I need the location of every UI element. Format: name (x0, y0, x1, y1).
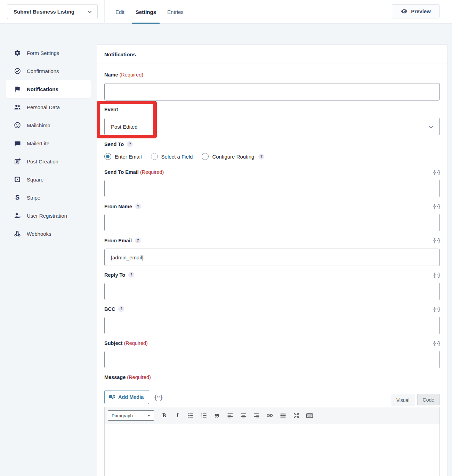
svg-text:3: 3 (201, 416, 202, 418)
sidebar-item-user-registration[interactable]: User Registration (6, 207, 91, 225)
check-circle-icon (14, 67, 21, 75)
keyboard-shortcuts-button[interactable] (304, 411, 315, 420)
send-to-email-input[interactable] (104, 180, 440, 197)
bcc-input[interactable] (104, 317, 440, 334)
event-select-value: Post Edited (111, 124, 138, 130)
editor-toolbar: Paragraph B I 123 (105, 407, 439, 424)
name-input[interactable] (104, 83, 440, 100)
tab-visual[interactable]: Visual (391, 394, 415, 406)
mailchimp-icon (14, 121, 21, 129)
fullscreen-icon (293, 412, 300, 419)
from-email-input[interactable] (104, 249, 440, 266)
help-icon[interactable]: ? (127, 141, 133, 147)
stripe-logo-icon: S (14, 194, 21, 201)
required-tag: (Required) (127, 374, 151, 380)
smart-tags-icon[interactable]: {··} (433, 203, 440, 209)
smart-tags-icon[interactable]: {··} (433, 169, 440, 175)
smart-tags-icon[interactable]: {··} (433, 306, 440, 312)
reply-to-label: Reply To? (104, 272, 134, 278)
from-name-input[interactable] (104, 214, 440, 231)
required-tag: (Required) (120, 72, 144, 78)
link-icon (266, 412, 273, 419)
fullscreen-button[interactable] (291, 411, 301, 420)
sidebar-item-mailchimp[interactable]: Mailchimp (6, 116, 91, 134)
caret-down-icon (147, 415, 150, 417)
link-button[interactable] (265, 411, 275, 420)
sidebar-item-form-settings[interactable]: Form Settings (6, 44, 91, 62)
from-email-label: From Email? (104, 237, 141, 243)
required-tag: (Required) (124, 340, 148, 346)
sidebar-item-confirmations[interactable]: Confirmations (6, 62, 91, 80)
reply-to-input[interactable] (104, 283, 440, 300)
user-check-icon (14, 212, 21, 219)
radio-select-a-field[interactable]: Select a Field (151, 153, 193, 160)
from-name-label: From Name? (104, 203, 141, 209)
sidebar-item-personal-data[interactable]: Personal Data (6, 98, 91, 116)
tab-settings[interactable]: Settings (134, 0, 158, 24)
sidebar-item-mailerlite[interactable]: MailerLite (6, 134, 91, 152)
bold-button[interactable]: B (159, 411, 169, 420)
send-to-label: Send To? (104, 141, 440, 147)
numbered-list-button[interactable]: 123 (199, 411, 209, 420)
sidebar-item-post-creation[interactable]: Post Creation (6, 152, 91, 170)
preview-button[interactable]: Preview (392, 4, 439, 18)
sidebar-item-square[interactable]: Square (6, 170, 91, 188)
bulleted-list-icon (187, 412, 194, 419)
sidebar-item-label: Form Settings (27, 50, 59, 56)
radio-configure-routing[interactable]: Configure Routing ? (202, 153, 264, 160)
align-left-button[interactable] (225, 411, 235, 420)
subject-input[interactable] (104, 351, 440, 368)
add-media-button[interactable]: Add Media (104, 390, 149, 404)
sidebar-item-label: Square (27, 177, 43, 183)
bulleted-list-button[interactable] (185, 411, 196, 420)
read-more-button[interactable] (278, 411, 288, 420)
radio-circle (151, 153, 158, 160)
event-select[interactable]: Post Edited (104, 118, 440, 135)
chevron-down-icon (428, 124, 434, 130)
sidebar-item-stripe[interactable]: S Stripe (6, 188, 91, 207)
paragraph-dropdown[interactable]: Paragraph (108, 410, 154, 421)
sidebar-item-label: Post Creation (27, 159, 58, 164)
send-to-radio-group: Enter Email Select a Field Configure Rou… (104, 152, 440, 161)
bold-icon: B (162, 412, 166, 419)
bcc-label: BCC? (104, 306, 124, 312)
radio-enter-email[interactable]: Enter Email (104, 153, 142, 160)
smart-tags-icon[interactable]: {··} (433, 340, 440, 346)
align-center-button[interactable] (238, 411, 249, 420)
smart-tags-icon[interactable]: {··} (433, 272, 440, 278)
settings-sidebar: Form Settings Confirmations Notification… (6, 44, 91, 243)
help-icon[interactable]: ? (118, 306, 124, 312)
tab-visual-label: Visual (396, 397, 410, 403)
help-icon[interactable]: ? (128, 272, 134, 278)
align-right-icon (253, 412, 260, 419)
sidebar-item-label: Mailchimp (27, 122, 50, 128)
webhook-icon (14, 230, 21, 237)
tab-settings-label: Settings (136, 9, 156, 15)
tab-entries[interactable]: Entries (166, 0, 185, 24)
help-icon[interactable]: ? (258, 154, 264, 160)
sidebar-item-webhooks[interactable]: Webhooks (6, 225, 91, 243)
editor-mode-tabs: Visual Code (391, 394, 440, 405)
help-icon[interactable]: ? (135, 203, 141, 209)
sidebar-item-label: MailerLite (27, 140, 49, 146)
tab-code[interactable]: Code (417, 394, 440, 405)
message-editor-content[interactable] (105, 424, 439, 476)
tab-code-label: Code (423, 397, 434, 403)
sidebar-item-notifications[interactable]: Notifications (6, 80, 91, 98)
smart-tags-icon[interactable]: {··} (154, 394, 162, 400)
help-icon[interactable]: ? (135, 237, 141, 243)
blockquote-button[interactable] (212, 411, 222, 420)
panel-title: Notifications (104, 51, 136, 57)
notifications-panel: Notifications Name (Required) Event Post… (97, 45, 447, 476)
italic-button[interactable]: I (172, 411, 183, 420)
message-editor: Paragraph B I 123 (104, 407, 440, 476)
blockquote-icon (213, 412, 220, 419)
tab-edit[interactable]: Edit (114, 0, 126, 24)
align-right-button[interactable] (251, 411, 262, 420)
sidebar-item-label: Notifications (27, 86, 58, 92)
document-plus-icon (14, 158, 21, 165)
align-left-icon (227, 412, 234, 419)
form-selector-dropdown[interactable]: Submit Business Listing (7, 4, 98, 19)
smart-tags-icon[interactable]: {··} (433, 237, 440, 243)
radio-label: Enter Email (115, 154, 142, 160)
